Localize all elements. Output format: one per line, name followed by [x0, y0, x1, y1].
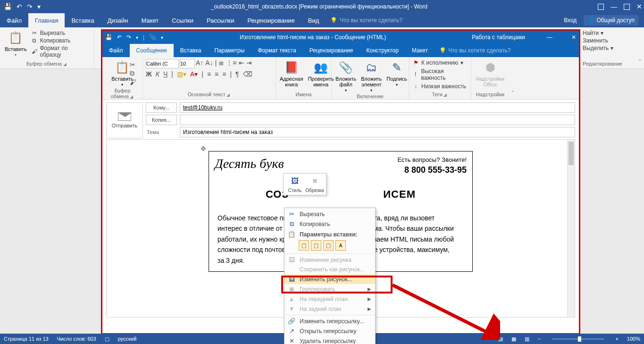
- style-button[interactable]: 🖼Стиль: [285, 176, 304, 193]
- zoom-value[interactable]: 100%: [627, 336, 640, 342]
- ol-ribbon-display-icon[interactable]: [535, 34, 540, 40]
- bold-icon[interactable]: Ж: [146, 70, 152, 78]
- bullets-icon[interactable]: ≣: [218, 59, 224, 68]
- close-icon[interactable]: ✕: [636, 3, 642, 10]
- crop-button[interactable]: ⌗Обрезка: [305, 176, 324, 193]
- paste-button[interactable]: 📋 Вставить ▾: [4, 29, 28, 58]
- ol-copy-icon[interactable]: ⧉: [130, 69, 136, 77]
- to-field[interactable]: [180, 102, 575, 113]
- ol-qat-more-icon[interactable]: ▾: [136, 35, 138, 40]
- ribbon-collapse-icon[interactable]: ˄: [636, 27, 644, 68]
- ol-tab-design[interactable]: Конструктор: [360, 44, 405, 57]
- tab-insert[interactable]: Вставка: [65, 13, 100, 27]
- to-button[interactable]: Кому...: [146, 102, 177, 113]
- ol-maximize-icon[interactable]: [559, 34, 565, 40]
- align-left-icon[interactable]: ≡: [207, 70, 211, 78]
- attach-icon[interactable]: 📎: [149, 34, 156, 41]
- qat-more-icon[interactable]: ▾: [37, 3, 41, 10]
- ol-minimize-icon[interactable]: —: [547, 34, 552, 41]
- ribbon-display-icon[interactable]: [598, 4, 604, 10]
- paragraph-icon[interactable]: ¶: [235, 70, 239, 78]
- format-painter-button[interactable]: 🖌Формат по образцу: [31, 44, 90, 59]
- ctx-edit-hyperlink[interactable]: 🔗Изменить гиперссылку...: [284, 316, 375, 326]
- status-words[interactable]: Число слов: 603: [57, 336, 96, 342]
- ol-tab-layout[interactable]: Макет: [405, 44, 435, 57]
- view-web-icon[interactable]: ▥: [525, 336, 529, 342]
- clear-fmt-icon[interactable]: ⌫: [243, 70, 252, 78]
- align-right-icon[interactable]: ≡: [222, 70, 226, 78]
- undo-icon[interactable]: ↶: [17, 3, 22, 10]
- italic-icon[interactable]: К: [156, 70, 159, 78]
- status-page[interactable]: Страница 11 из 13: [4, 336, 49, 342]
- check-names-button[interactable]: 👥Проверить имена: [307, 59, 335, 88]
- attach-item-button[interactable]: 🗂Вложить элемент▾: [360, 59, 383, 93]
- view-print-icon[interactable]: ▦: [511, 336, 516, 342]
- paste-opt-1[interactable]: 📋: [299, 240, 309, 251]
- outdent-icon[interactable]: ⇤: [239, 59, 244, 68]
- cc-field[interactable]: [180, 115, 575, 125]
- ctx-cut[interactable]: ✂Вырезать: [284, 209, 375, 219]
- ol-tab-message[interactable]: Сообщение: [130, 44, 174, 57]
- grow-font-icon[interactable]: A↑: [196, 59, 203, 68]
- status-proofing-icon[interactable]: ▢: [105, 336, 109, 342]
- highlight-icon[interactable]: ▥▾: [177, 70, 186, 78]
- low-importance-button[interactable]: ↓Низкая важность: [412, 83, 466, 90]
- ol-cut-icon[interactable]: ✂: [130, 61, 136, 68]
- ctx-open-hyperlink[interactable]: ↗Открыть гиперссылку: [284, 326, 375, 336]
- table-anchor-icon[interactable]: ✥: [201, 145, 206, 152]
- minimize-icon[interactable]: —: [611, 3, 617, 10]
- followup-button[interactable]: ⚑К исполнению ▾: [412, 59, 463, 67]
- cc-button[interactable]: Копия...: [146, 115, 177, 125]
- cut-button[interactable]: ✂Вырезать: [31, 29, 90, 37]
- tab-home[interactable]: Главная: [28, 13, 65, 27]
- tab-view[interactable]: Вид: [301, 13, 326, 27]
- align-center-icon[interactable]: ≡: [215, 70, 218, 78]
- zoom-slider[interactable]: [552, 338, 604, 340]
- shrink-font-icon[interactable]: A↓: [205, 59, 213, 68]
- office-addins-button[interactable]: ⬢Надстройки Office: [474, 59, 506, 88]
- word-tellme[interactable]: 💡Что вы хотите сделать?: [330, 13, 402, 27]
- ol-tab-file[interactable]: Файл: [102, 44, 130, 57]
- tab-design[interactable]: Дизайн: [101, 13, 135, 27]
- ol-tab-review[interactable]: Рецензирование: [303, 44, 360, 57]
- font-color-icon[interactable]: A▾: [190, 70, 198, 78]
- tab-layout[interactable]: Макет: [134, 13, 165, 27]
- signature-button[interactable]: ✎Подпись▾: [385, 59, 408, 88]
- indent-icon[interactable]: ⇥: [246, 59, 252, 68]
- paste-opt-3[interactable]: 📋: [323, 240, 334, 251]
- address-book-button[interactable]: 📕Адресная книга: [279, 59, 304, 88]
- paste-opt-4[interactable]: A: [335, 240, 346, 251]
- ol-redo-icon[interactable]: ↷: [126, 34, 131, 41]
- ol-tab-format[interactable]: Формат текста: [251, 44, 302, 57]
- tab-mailings[interactable]: Рассылки: [200, 13, 241, 27]
- ol-ribbon-collapse-icon[interactable]: ˄: [509, 57, 517, 99]
- send-button[interactable]: Отправить: [106, 102, 143, 138]
- status-language[interactable]: русский: [118, 336, 136, 342]
- attach-file-button[interactable]: 📎Вложить файл▾: [335, 59, 357, 93]
- underline-icon[interactable]: Ч: [163, 70, 167, 78]
- ol-tab-options[interactable]: Параметры: [208, 44, 251, 57]
- font-name-input[interactable]: [146, 59, 179, 68]
- numbering-icon[interactable]: ⋮≡: [226, 59, 236, 68]
- high-importance-button[interactable]: !Высокая важность: [412, 67, 468, 82]
- ol-close-icon[interactable]: ✕: [571, 34, 576, 41]
- ctx-edit-picture[interactable]: 🖼Изменить рисунок...: [284, 274, 375, 284]
- scrollbar-thumb[interactable]: [569, 142, 574, 165]
- tab-refs[interactable]: Ссылки: [165, 13, 200, 27]
- zoom-in-icon[interactable]: +: [615, 336, 618, 342]
- copy-button[interactable]: ⧉Копировать: [31, 37, 90, 44]
- ol-tellme[interactable]: 💡Что вы хотите сделать?: [439, 44, 511, 57]
- save-icon[interactable]: 💾: [4, 3, 12, 10]
- tab-review[interactable]: Рецензирование: [241, 13, 301, 27]
- ctx-remove-hyperlink[interactable]: ✕Удалить гиперссылку: [284, 336, 375, 344]
- ol-fmtpainter-icon[interactable]: 🖌: [130, 78, 136, 86]
- scrollbar[interactable]: [567, 140, 575, 317]
- ctx-copy[interactable]: ⧉Копировать: [284, 219, 375, 229]
- share-button[interactable]: 👤Общий доступ: [584, 15, 638, 25]
- tab-file[interactable]: Файл: [0, 13, 28, 27]
- ol-undo-icon[interactable]: ↶: [117, 34, 122, 41]
- maximize-icon[interactable]: [624, 4, 630, 10]
- subject-field[interactable]: [180, 127, 575, 137]
- font-size-input[interactable]: [180, 59, 195, 68]
- ol-save-icon[interactable]: 💾: [105, 34, 112, 41]
